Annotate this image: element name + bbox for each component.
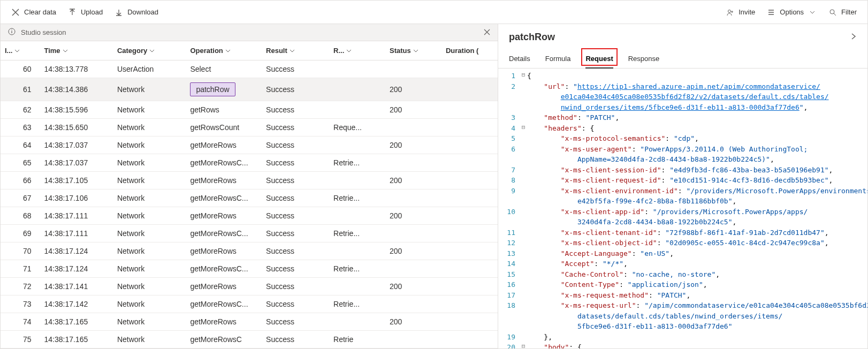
tab-response[interactable]: Response	[628, 50, 660, 68]
table-row[interactable]: 6414:38:17.037NetworkgetMoreRowsSuccess2…	[1, 136, 498, 154]
code-line: 8 "x-ms-client-request-id": "e10cd151-91…	[498, 175, 867, 186]
table-row[interactable]: 7314:38:17.142NetworkgetMoreRowsC...Succ…	[1, 295, 498, 313]
table-row[interactable]: 7214:38:17.141NetworkgetMoreRowsSuccess2…	[1, 278, 498, 295]
code-line: e01ca04e304c405ca08e0535bf6d2f82/v2/data…	[498, 92, 867, 102]
clear-data-button[interactable]: Clear data	[11, 8, 56, 17]
table-row[interactable]: 6714:38:17.106NetworkgetMoreRowsC...Succ…	[1, 189, 498, 207]
code-line: 12 "x-ms-client-object-id": "02d0905c-e0…	[498, 238, 867, 248]
table-row[interactable]: 7414:38:17.165NetworkgetMoreRowsSuccess2…	[1, 313, 498, 331]
col-operation[interactable]: Operation	[190, 47, 223, 55]
download-button[interactable]: Download	[115, 8, 158, 17]
table-row[interactable]: 6214:38:15.596NetworkgetRowsSuccess200	[1, 101, 498, 119]
chevron-down-icon	[808, 8, 817, 17]
request-code-editor[interactable]: 1⊟{2 "url": "https://tip1-shared.azure-a…	[498, 69, 867, 348]
upload-label: Upload	[81, 8, 103, 16]
col-duration[interactable]: Duration (	[446, 47, 478, 55]
session-label: Studio session	[21, 28, 66, 36]
session-bar: Studio session	[1, 24, 498, 41]
invite-label: Invite	[738, 8, 755, 16]
options-button[interactable]: Options	[767, 8, 817, 17]
code-line: 11 "x-ms-client-tenant-id": "72f988bf-86…	[498, 227, 867, 238]
code-line: 6 "x-ms-user-agent": "PowerApps/3.20114.…	[498, 144, 867, 155]
code-line: 10 "x-ms-client-app-id": "/providers/Mic…	[498, 207, 867, 217]
col-result[interactable]: Result	[266, 47, 287, 55]
table-row[interactable]: 6014:38:13.778UserActionSelectSuccess	[1, 60, 498, 78]
table-row[interactable]: 6614:38:17.105NetworkgetMoreRowsSuccess2…	[1, 172, 498, 189]
download-icon	[115, 8, 123, 17]
list-icon	[767, 8, 775, 17]
col-index[interactable]: I...	[5, 47, 12, 55]
filter-button[interactable]: Filter	[828, 8, 857, 17]
person-add-icon	[726, 8, 734, 17]
svg-point-0	[728, 10, 731, 12]
session-close-button[interactable]	[484, 28, 490, 37]
detail-title: patchRow	[509, 32, 555, 43]
table-row[interactable]: 6314:38:15.650NetworkgetRowsCountSuccess…	[1, 119, 498, 136]
info-icon	[8, 28, 16, 37]
invite-button[interactable]: Invite	[726, 8, 755, 17]
code-line: datasets/default.cds/tables/nwind_orders…	[498, 311, 867, 322]
upload-button[interactable]: Upload	[68, 8, 103, 17]
table-row[interactable]: 7014:38:17.124NetworkgetMoreRowsSuccess2…	[1, 242, 498, 260]
code-line: 5 "x-ms-protocol-semantics": "cdp",	[498, 133, 867, 144]
close-icon	[11, 8, 20, 17]
options-label: Options	[780, 8, 804, 16]
grid-scroll[interactable]: I... Time Category Operation Result R...…	[1, 41, 498, 348]
top-toolbar: Clear data Upload Download Invite Opti	[1, 1, 867, 24]
code-line: 16 "Content-Type": "application/json",	[498, 279, 867, 290]
code-line: 4⊟ "headers": {	[498, 123, 867, 134]
clear-data-label: Clear data	[24, 8, 56, 16]
filter-label: Filter	[841, 8, 857, 16]
code-line: 14 "Accept": "*/*",	[498, 259, 867, 269]
code-line: 18 "x-ms-request-url": "/apim/commondata…	[498, 300, 867, 311]
tab-request[interactable]: Request	[585, 50, 613, 68]
events-table: I... Time Category Operation Result R...…	[1, 41, 498, 348]
code-line: 3240d4fa-2cd8-4434-b8a8-1922b0b224c5",	[498, 217, 867, 227]
detail-pane: patchRow Details Formula Request Respons…	[498, 24, 867, 348]
operation-highlight: patchRow	[190, 82, 235, 96]
code-line: 19 },	[498, 332, 867, 343]
detail-tabs: Details Formula Request Response	[498, 50, 867, 69]
table-row[interactable]: 6814:38:17.111NetworkgetMoreRowsSuccess2…	[1, 207, 498, 225]
upload-icon	[68, 8, 77, 17]
download-label: Download	[127, 8, 158, 16]
table-row[interactable]: 7114:38:17.124NetworkgetMoreRowsC...Succ…	[1, 260, 498, 278]
table-row[interactable]: 6914:38:17.111NetworkgetMoreRowsC...Succ…	[1, 225, 498, 242]
col-time[interactable]: Time	[44, 47, 60, 55]
col-category[interactable]: Category	[117, 47, 147, 55]
svg-point-1	[830, 10, 834, 14]
col-status[interactable]: Status	[390, 47, 411, 55]
monitor-grid-pane: Studio session I... Time Category Operat…	[1, 24, 498, 348]
code-line: AppName=3240d4fa-2cd8-4434-b8a8-1922b0b2…	[498, 154, 867, 165]
code-line: 9 "x-ms-client-environment-id": "/provid…	[498, 186, 867, 196]
search-icon	[828, 8, 837, 17]
code-line: nwind_orderses/items/5fbce9e6-d31f-eb11-…	[498, 102, 867, 113]
code-line: 15 "Cache-Control": "no-cache, no-store"…	[498, 269, 867, 280]
svg-rect-3	[11, 31, 12, 33]
collapse-pane-button[interactable]	[850, 32, 857, 43]
col-r[interactable]: R...	[333, 47, 344, 55]
code-line: 13 "Accept-Language": "en-US",	[498, 248, 867, 259]
code-line: 3 "method": "PATCH",	[498, 112, 867, 123]
code-line: 7 "x-ms-client-session-id": "e4d9fb3d-fc…	[498, 165, 867, 176]
table-row[interactable]: 7514:38:17.165NetworkgetMoreRowsCSuccess…	[1, 331, 498, 348]
code-line: 17 "x-ms-request-method": "PATCH",	[498, 290, 867, 301]
tab-details[interactable]: Details	[509, 50, 530, 68]
code-line: 20⊟ "body": {	[498, 342, 867, 348]
table-row[interactable]: 6514:38:17.037NetworkgetMoreRowsC...Succ…	[1, 154, 498, 172]
tab-request-label: Request	[585, 55, 613, 63]
code-line: 2 "url": "https://tip1-shared.azure-apim…	[498, 81, 867, 92]
code-line: e42bf5fa-f99e-4fc2-8b8a-f8b1186bbf0b",	[498, 196, 867, 207]
svg-rect-4	[11, 30, 12, 31]
table-row[interactable]: 6114:38:14.386NetworkpatchRowSuccess200	[1, 78, 498, 101]
tab-formula[interactable]: Formula	[545, 50, 571, 68]
code-line: 5fbce9e6-d31f-eb11-a813-000d3af77de6"	[498, 321, 867, 332]
code-line: 1⊟{	[498, 71, 867, 81]
